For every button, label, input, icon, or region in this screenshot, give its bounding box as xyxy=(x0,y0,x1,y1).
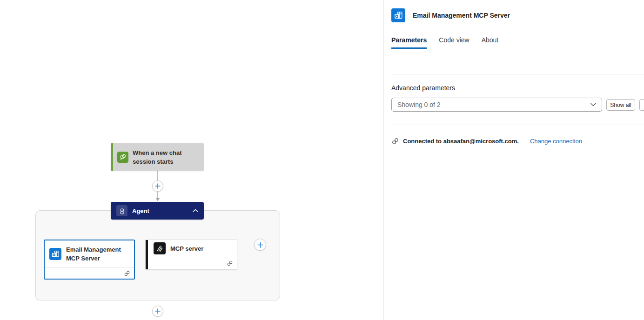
collapse-chevron-up-icon[interactable] xyxy=(193,209,198,213)
tab-about[interactable]: About xyxy=(482,36,499,49)
outlook-icon xyxy=(49,248,61,260)
agent-label: Agent xyxy=(132,207,149,214)
mcp-logo-icon xyxy=(154,242,166,254)
connection-row: Connected to absaafan@microsoft.com. Cha… xyxy=(391,137,582,145)
add-tool-button[interactable] xyxy=(254,239,266,251)
robot-agent-icon xyxy=(116,205,127,216)
trigger-label: When a new chat session starts xyxy=(133,148,194,166)
tab-code-view[interactable]: Code view xyxy=(439,36,469,49)
advanced-parameters-label: Advanced parameters xyxy=(391,84,455,92)
divider xyxy=(391,125,644,125)
insert-step-button[interactable] xyxy=(152,180,163,192)
chat-trigger-icon xyxy=(117,152,128,163)
tool-label: Email Management MCP Server xyxy=(66,245,127,263)
panel-header: Email Management MCP Server xyxy=(391,8,510,22)
outlook-icon xyxy=(391,8,405,22)
connection-chain-icon xyxy=(391,137,399,145)
connection-status: Connected to absaafan@microsoft.com. xyxy=(403,138,519,145)
agent-flow-designer: When a new chat session starts Agent xyxy=(0,0,644,320)
tool-card-email-management-mcp-server[interactable]: Email Management MCP Server xyxy=(44,240,135,280)
divider xyxy=(391,74,644,74)
card-footer xyxy=(45,267,134,279)
connection-chain-icon xyxy=(124,270,130,277)
change-connection-link[interactable]: Change connection xyxy=(530,138,582,145)
clipped-button[interactable] xyxy=(639,99,644,111)
connection-chain-icon xyxy=(227,260,233,267)
chevron-down-icon xyxy=(590,103,596,107)
dropdown-value: Showing 0 of 2 xyxy=(397,101,590,108)
panel-tabs: Parameters Code view About xyxy=(391,36,498,49)
card-footer xyxy=(146,257,237,269)
advanced-parameters-dropdown[interactable]: Showing 0 of 2 xyxy=(391,98,602,112)
add-action-button[interactable] xyxy=(152,306,163,317)
designer-canvas[interactable]: When a new chat session starts Agent xyxy=(0,0,383,320)
trigger-accent-bar xyxy=(111,143,113,171)
agent-node[interactable]: Agent xyxy=(111,202,204,220)
tool-card-mcp-server[interactable]: MCP server xyxy=(145,240,237,270)
panel-title: Email Management MCP Server xyxy=(413,12,510,19)
tool-label: MCP server xyxy=(170,244,203,253)
tab-parameters[interactable]: Parameters xyxy=(391,36,427,49)
trigger-node-when-a-new-chat-session-starts[interactable]: When a new chat session starts xyxy=(111,143,204,171)
properties-panel: Email Management MCP Server Parameters C… xyxy=(383,0,644,320)
show-all-button[interactable]: Show all xyxy=(606,99,635,111)
